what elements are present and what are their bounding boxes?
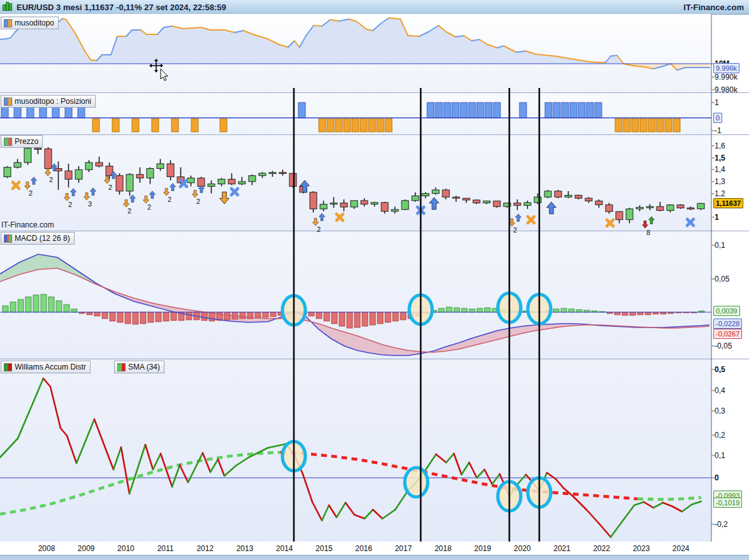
axis-tick-label: 1,3	[715, 177, 725, 186]
positions-legend-icon	[4, 97, 12, 106]
year-label: 2018	[429, 544, 457, 553]
marker-count-label: 2	[147, 203, 151, 211]
axis-tick-label: 1,2	[715, 189, 725, 198]
year-label: 2010	[112, 544, 140, 553]
sma-dashed-line	[280, 452, 637, 499]
year-label: 2009	[72, 544, 100, 553]
legend-chip-price[interactable]: Prezzo	[1, 135, 43, 148]
axis-tick-label: 1	[715, 213, 719, 222]
buy-arrow-icon	[129, 195, 135, 203]
legend-label: musoditopo	[15, 18, 54, 27]
axis-value-badge: 1,11637	[713, 198, 743, 208]
legend-chip-sma[interactable]: SMA (34)	[114, 361, 164, 373]
sell-arrow-icon	[163, 189, 169, 196]
sell-arrow-icon	[24, 182, 30, 190]
sell-arrow-icon	[45, 169, 50, 176]
year-label: 2019	[469, 544, 497, 553]
legend-chip-wad[interactable]: Williams Accum Distr	[1, 361, 91, 373]
year-label: 2020	[508, 544, 536, 553]
price-legend-icon	[4, 138, 12, 146]
legend-chip-equity[interactable]: musoditopo	[1, 17, 59, 29]
sell-arrow-icon	[123, 200, 129, 208]
marker-count-label: 8	[646, 229, 650, 236]
year-label: 2023	[627, 544, 655, 553]
axis-tick-label: 0,05	[715, 275, 729, 284]
buy-arrow-icon	[430, 197, 439, 210]
x-mark-icon	[528, 217, 534, 223]
sell-arrow-icon	[143, 196, 149, 204]
legend-label: Prezzo	[15, 137, 38, 146]
marker-count-label: 2	[68, 201, 72, 208]
buy-arrow-icon	[547, 202, 556, 214]
equity-legend-icon	[4, 19, 12, 27]
legend-chip-positions[interactable]: musoditopo : Posizioni	[1, 95, 96, 108]
axis-tick-label: 1,5	[715, 154, 725, 162]
buy-arrow-icon	[170, 183, 175, 191]
sell-arrow-icon	[64, 194, 69, 201]
buy-arrow-icon	[70, 189, 76, 196]
highlight-circle-icon	[405, 468, 428, 497]
axis-tick-label: 0,2	[715, 431, 725, 440]
chart-application: EUR/USD 3 mesi 1,11637 -0,11% 27 set 202…	[0, 0, 749, 560]
year-label: 2015	[310, 544, 338, 553]
axis-tick-label: 1	[715, 98, 719, 107]
equity-curve	[0, 18, 711, 70]
axis-value-badge: -0,0228	[713, 319, 742, 329]
macd-indicator	[0, 254, 711, 355]
chart-plot-area[interactable]: 222322222228	[0, 0, 749, 560]
positions-bars	[0, 103, 711, 132]
x-mark-icon	[13, 182, 19, 189]
axis-value-badge: 9.996k	[713, 63, 739, 73]
axis-tick-label: 0	[715, 473, 719, 482]
bottom-scrollbar[interactable]	[0, 555, 749, 560]
axis-value-badge: 0,0039	[713, 306, 740, 316]
sma-legend-icon	[117, 363, 126, 371]
marker-count-label: 2	[196, 197, 200, 205]
sell-arrow-icon	[642, 221, 648, 229]
axis-tick-label: 1,4	[715, 165, 725, 174]
marker-count-label: 2	[317, 226, 321, 233]
x-mark-icon	[231, 189, 238, 195]
year-label: 2024	[667, 544, 695, 553]
sma-dashed-line	[637, 498, 701, 499]
time-axis: 2008200920102011201220132014201520162017…	[0, 542, 749, 555]
axis-tick-label: 0,5	[715, 365, 725, 374]
year-label: 2012	[191, 544, 219, 553]
marker-count-label: 2	[168, 196, 171, 203]
buy-arrow-icon	[149, 191, 155, 199]
wad-legend-icon	[4, 363, 12, 371]
axis-tick-label: -0,2	[715, 520, 728, 529]
year-label: 2022	[588, 544, 616, 553]
marker-count-label: 2	[49, 176, 53, 183]
legend-chip-macd[interactable]: MACD (12 26 8)	[1, 232, 75, 245]
axis-value-badge: -0,0267	[713, 329, 742, 339]
year-label: 2016	[350, 544, 378, 553]
right-axis-line	[47, 14, 715, 555]
axis-tick-label: 0,1	[715, 241, 725, 250]
buy-arrow-icon	[515, 214, 521, 222]
year-label: 2008	[33, 544, 61, 553]
axis-value-badge: -0,1019	[713, 498, 742, 508]
buy-arrow-icon	[648, 217, 654, 224]
chart-watermark: IT-Finance.com	[1, 220, 54, 229]
sell-arrow-icon	[84, 193, 89, 201]
axis-tick-label: 0,1	[715, 451, 725, 460]
x-mark-icon	[687, 219, 694, 226]
year-label: 2011	[152, 544, 180, 553]
marker-count-label: 2	[108, 183, 112, 191]
year-label: 2014	[270, 544, 298, 553]
axis-tick-label: -0,05	[715, 341, 732, 350]
axis-tick-label: 0,4	[715, 386, 725, 395]
sell-arrow-icon	[192, 190, 198, 198]
macd-legend-icon	[4, 234, 12, 243]
year-label: 2013	[231, 544, 259, 553]
axis-tick-label: 9.990k	[715, 73, 738, 82]
buy-arrow-icon	[90, 188, 96, 196]
legend-label: SMA (34)	[128, 363, 160, 371]
buy-arrow-icon	[319, 213, 324, 221]
sell-arrow-icon	[312, 219, 318, 226]
axis-tick-label: 1,6	[715, 141, 725, 150]
legend-label: Williams Accum Distr	[15, 363, 86, 371]
legend-label: musoditopo : Posizioni	[15, 97, 91, 106]
axis-tick-label: 0,3	[715, 406, 725, 415]
